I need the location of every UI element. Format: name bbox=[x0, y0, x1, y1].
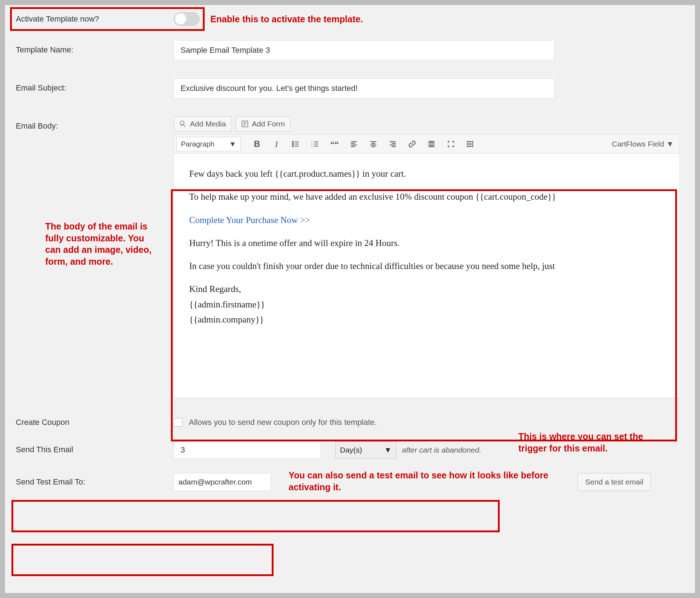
body-p3: Hurry! This is a onetime offer and will … bbox=[189, 237, 664, 250]
svg-rect-37 bbox=[467, 143, 469, 145]
cartflows-field-label: CartFlows Field bbox=[612, 140, 664, 148]
email-body-label: Email Body: bbox=[16, 121, 174, 131]
svg-rect-40 bbox=[467, 146, 469, 147]
body-link[interactable]: Complete Your Purchase Now >> bbox=[189, 214, 664, 227]
template-name-label: Template Name: bbox=[16, 40, 174, 55]
coupon-text: Allows you to send new coupon only for t… bbox=[189, 418, 377, 427]
link-icon bbox=[408, 140, 416, 148]
email-subject-label: Email Subject: bbox=[16, 78, 174, 93]
bold-button[interactable]: B bbox=[249, 137, 265, 151]
format-select-label: Paragraph bbox=[181, 140, 214, 148]
align-right-icon bbox=[389, 140, 397, 148]
svg-rect-36 bbox=[472, 141, 473, 143]
format-select[interactable]: Paragraph ▼ bbox=[176, 137, 241, 151]
add-media-label: Add Media bbox=[190, 120, 226, 128]
svg-rect-41 bbox=[469, 146, 471, 147]
chevron-down-icon: ▼ bbox=[229, 140, 236, 148]
svg-rect-34 bbox=[467, 141, 469, 143]
media-buttons: Add Media Add Form bbox=[174, 116, 680, 131]
quote-button[interactable]: ““ bbox=[327, 137, 342, 151]
activate-toggle[interactable] bbox=[174, 12, 200, 26]
align-right-button[interactable] bbox=[385, 137, 400, 151]
media-icon bbox=[179, 120, 187, 128]
kitchensink-button[interactable] bbox=[463, 137, 478, 151]
chevron-down-icon: ▼ bbox=[666, 140, 674, 148]
align-center-button[interactable] bbox=[366, 137, 381, 151]
editor-toolbar: Paragraph ▼ B I 123 ““ bbox=[174, 134, 680, 154]
fullscreen-button[interactable] bbox=[443, 137, 458, 151]
svg-point-5 bbox=[293, 142, 294, 143]
svg-rect-38 bbox=[469, 143, 471, 145]
editor-content[interactable]: Few days back you left {{cart.product.na… bbox=[174, 154, 680, 398]
test-email-input[interactable] bbox=[174, 473, 271, 491]
toggle-knob-icon bbox=[175, 13, 186, 25]
ul-button[interactable] bbox=[288, 137, 303, 151]
ul-icon bbox=[291, 140, 300, 148]
svg-point-9 bbox=[293, 146, 294, 147]
send-unit-label: Day(s) bbox=[340, 446, 362, 454]
svg-point-7 bbox=[293, 144, 294, 145]
svg-rect-39 bbox=[472, 143, 473, 145]
svg-rect-35 bbox=[469, 141, 471, 143]
send-email-row: Send This Email Day(s) ▼ after cart is a… bbox=[16, 441, 684, 459]
body-p7: {{admin.company}} bbox=[189, 313, 664, 326]
email-body-callout: The body of the email is fully customiza… bbox=[45, 221, 160, 267]
send-email-unit-select[interactable]: Day(s) ▼ bbox=[335, 441, 396, 459]
activate-label: Activate Template now? bbox=[16, 14, 174, 24]
readmore-button[interactable] bbox=[424, 137, 439, 151]
test-email-label: Send Test Email To: bbox=[16, 473, 174, 487]
email-body-row: Email Body: The body of the email is ful… bbox=[16, 116, 684, 398]
body-p6: {{admin.firstname}} bbox=[189, 298, 664, 311]
cartflows-field-dropdown[interactable]: CartFlows Field ▼ bbox=[612, 140, 677, 148]
email-subject-row: Email Subject: bbox=[16, 78, 684, 98]
activate-callout: Enable this to activate the template. bbox=[210, 13, 363, 25]
link-button[interactable] bbox=[405, 137, 420, 151]
body-p5: Kind Regards, bbox=[189, 283, 664, 296]
add-form-button[interactable]: Add Form bbox=[235, 116, 290, 131]
send-email-hint: after cart is abandoned. bbox=[402, 446, 481, 454]
kitchensink-icon bbox=[466, 140, 474, 148]
send-test-email-button[interactable]: Send a test email bbox=[578, 473, 651, 491]
body-p2: To help make up your mind, we have added… bbox=[189, 190, 664, 203]
send-email-label: Send This Email bbox=[16, 441, 174, 454]
send-email-value-input[interactable] bbox=[174, 441, 321, 459]
align-left-button[interactable] bbox=[346, 137, 361, 151]
add-media-button[interactable]: Add Media bbox=[174, 116, 231, 131]
ol-icon: 123 bbox=[311, 140, 319, 148]
test-email-row: Send Test Email To: You can also send a … bbox=[16, 473, 684, 491]
italic-button[interactable]: I bbox=[269, 137, 284, 151]
form-icon bbox=[241, 120, 249, 128]
coupon-checkbox[interactable] bbox=[174, 418, 182, 427]
align-center-icon bbox=[369, 140, 377, 148]
fullscreen-icon bbox=[447, 140, 454, 148]
send-email-highlight bbox=[11, 500, 500, 532]
template-name-row: Template Name: bbox=[16, 40, 684, 60]
svg-text:3: 3 bbox=[311, 145, 313, 148]
body-p4: In case you couldn't finish your order d… bbox=[189, 260, 664, 273]
email-subject-input[interactable] bbox=[174, 78, 554, 98]
activate-row: Activate Template now? Enable this to ac… bbox=[16, 12, 684, 26]
body-p1: Few days back you left {{cart.product.na… bbox=[189, 167, 664, 180]
ol-button[interactable]: 123 bbox=[308, 137, 323, 151]
test-email-callout: You can also send a test email to see ho… bbox=[289, 469, 554, 493]
svg-rect-42 bbox=[472, 146, 473, 147]
send-email-callout: This is where you can set the trigger fo… bbox=[518, 431, 655, 454]
add-form-label: Add Form bbox=[252, 120, 285, 128]
align-left-icon bbox=[350, 140, 358, 148]
coupon-row: Create Coupon Allows you to send new cou… bbox=[16, 418, 684, 427]
readmore-icon bbox=[428, 140, 435, 148]
template-name-input[interactable] bbox=[174, 40, 554, 60]
test-email-highlight bbox=[11, 544, 274, 576]
svg-point-0 bbox=[180, 121, 184, 125]
chevron-down-icon: ▼ bbox=[384, 446, 392, 454]
coupon-label: Create Coupon bbox=[16, 418, 174, 427]
